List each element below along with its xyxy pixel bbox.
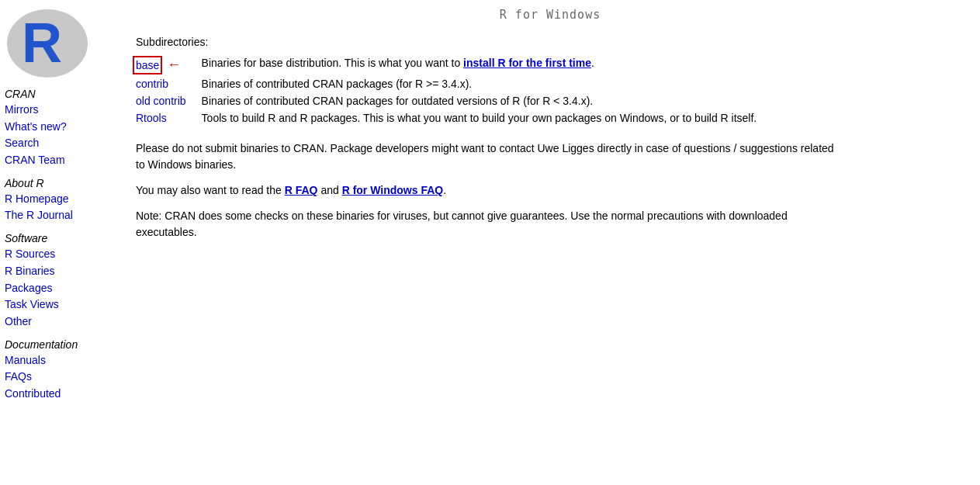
sidebar-item-r-sources[interactable]: R Sources (5, 246, 116, 263)
base-desc-after: . (591, 57, 594, 69)
r-windows-faq-link[interactable]: R for Windows FAQ (342, 184, 444, 196)
para-no-submit: Please do not submit binaries to CRAN. P… (136, 140, 834, 173)
cran-section-label: CRAN (5, 88, 116, 100)
sidebar-item-faqs[interactable]: FAQs (5, 369, 116, 386)
arrow-annotation: ← (167, 57, 181, 73)
r-faq-link[interactable]: R FAQ (285, 184, 318, 196)
sidebar-item-cran-team[interactable]: CRAN Team (5, 152, 116, 169)
subdirectories-table: base ← Binaries for base distribution. T… (136, 54, 764, 126)
table-row: Rtools Tools to build R and R packages. … (136, 109, 764, 126)
dir-desc-cell: Tools to build R and R packages. This is… (202, 109, 765, 126)
dir-desc-cell: Binaries for base distribution. This is … (202, 54, 765, 75)
sidebar: R CRAN Mirrors What's new? Search CRAN T… (0, 0, 120, 485)
sidebar-item-other[interactable]: Other (5, 314, 116, 331)
para2-after: . (443, 184, 446, 196)
about-r-section-label: About R (5, 177, 116, 189)
page-title: R for Windows (136, 8, 964, 22)
table-row: contrib Binaries of contributed CRAN pac… (136, 75, 764, 92)
software-section-label: Software (5, 232, 116, 244)
base-link[interactable]: base (136, 59, 159, 71)
dir-desc-cell: Binaries of contributed CRAN packages fo… (202, 92, 765, 109)
dir-name-cell: old contrib (136, 92, 202, 109)
para-faq: You may also want to read the R FAQ and … (136, 182, 834, 199)
sidebar-item-task-views[interactable]: Task Views (5, 296, 116, 314)
old-contrib-link[interactable]: old contrib (136, 95, 186, 107)
para2-before: You may also want to read the (136, 184, 285, 196)
sidebar-item-r-homepage[interactable]: R Homepage (5, 191, 116, 208)
dir-name-cell: Rtools (136, 109, 202, 126)
dir-name-cell: contrib (136, 75, 202, 92)
r-logo: R (5, 6, 90, 80)
main-content: R for Windows Subdirectories: base ← Bin… (120, 0, 980, 485)
contrib-link[interactable]: contrib (136, 78, 168, 90)
para-note: Note: CRAN does some checks on these bin… (136, 208, 834, 241)
para2-mid: and (318, 184, 342, 196)
rtools-link[interactable]: Rtools (136, 112, 167, 124)
sidebar-item-mirrors[interactable]: Mirrors (5, 102, 116, 119)
sidebar-item-the-r-journal[interactable]: The R Journal (5, 207, 116, 224)
table-row: old contrib Binaries of contributed CRAN… (136, 92, 764, 109)
install-r-first-time-link[interactable]: install R for the first time (463, 57, 591, 69)
dir-name-cell: base ← (136, 54, 202, 75)
rtools-desc: Tools to build R and R packages. This is… (202, 112, 757, 124)
contrib-desc: Binaries of contributed CRAN packages (f… (202, 78, 473, 90)
documentation-section-label: Documentation (5, 338, 116, 351)
old-contrib-desc: Binaries of contributed CRAN packages fo… (202, 95, 594, 107)
sidebar-item-search[interactable]: Search (5, 135, 116, 152)
subdirectories-label: Subdirectories: (136, 36, 964, 48)
sidebar-item-contributed[interactable]: Contributed (5, 386, 116, 403)
svg-text:R: R (22, 12, 62, 74)
sidebar-item-r-binaries[interactable]: R Binaries (5, 263, 116, 280)
sidebar-item-packages[interactable]: Packages (5, 280, 116, 297)
sidebar-item-manuals[interactable]: Manuals (5, 352, 116, 369)
base-desc-before: Binaries for base distribution. This is … (202, 57, 463, 69)
sidebar-item-whats-new[interactable]: What's new? (5, 119, 116, 136)
table-row: base ← Binaries for base distribution. T… (136, 54, 764, 75)
dir-desc-cell: Binaries of contributed CRAN packages (f… (202, 75, 765, 92)
